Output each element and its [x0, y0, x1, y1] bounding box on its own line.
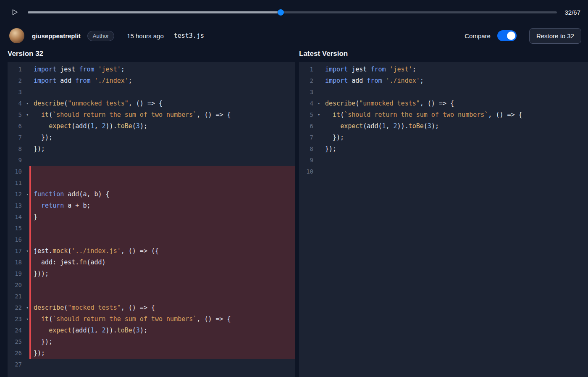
code-line: 11 — [8, 177, 295, 189]
fold-arrow-icon[interactable]: ▾ — [26, 189, 29, 200]
history-scrubber-bar: 32/67 — [0, 0, 588, 24]
code-text: import jest from 'jest'; — [321, 64, 588, 75]
code-panel-latest[interactable]: 1import jest from 'jest';2import add fro… — [299, 62, 588, 377]
code-line: 26}); — [8, 348, 295, 359]
removed-code-text — [29, 279, 295, 291]
line-number-gutter: 10 — [299, 166, 321, 177]
removed-code-text: jest.mock('../index.js', () => ({ — [29, 245, 295, 257]
slider-fill — [28, 11, 281, 13]
version-meta-row: giuseppeatreplit Author 15 hours ago tes… — [0, 24, 588, 47]
username: giuseppeatreplit — [32, 32, 81, 40]
line-number-gutter: 5▾ — [299, 109, 321, 121]
code-text: it(`should return the sum of two numbers… — [29, 109, 295, 121]
removed-code-text: } — [29, 211, 295, 223]
line-number-gutter: 1 — [8, 64, 29, 75]
author-badge: Author — [87, 31, 114, 41]
removed-code-text — [29, 234, 295, 245]
code-line: 9 — [8, 155, 295, 166]
line-number-gutter: 18 — [8, 257, 29, 268]
code-line: 10 — [299, 166, 588, 177]
code-line: 7 }); — [299, 132, 588, 143]
timeline-slider[interactable] — [28, 6, 557, 18]
diff-headers: Version 32 Latest Version — [8, 50, 588, 58]
fold-arrow-icon[interactable]: ▾ — [26, 245, 29, 257]
code-line: 16 — [8, 234, 295, 245]
fold-arrow-icon[interactable]: ▾ — [26, 98, 29, 109]
line-number-gutter: 16 — [8, 234, 29, 245]
code-line: 4▾describe("unmocked tests", () => { — [8, 98, 295, 109]
line-number-gutter: 20 — [8, 279, 29, 291]
line-number-gutter: 10 — [8, 166, 29, 177]
code-line: 2import add from './index'; — [8, 75, 295, 87]
code-text — [29, 87, 295, 98]
code-text: }); — [321, 132, 588, 143]
line-number-gutter: 19 — [8, 268, 29, 279]
restore-button[interactable]: Restore to 32 — [529, 28, 581, 44]
fold-arrow-icon[interactable]: ▾ — [26, 302, 29, 314]
code-line: 10 — [8, 166, 295, 177]
version-history-view: 32/67 giuseppeatreplit Author 15 hours a… — [0, 0, 588, 377]
line-number-gutter: 22▾ — [8, 302, 29, 314]
filename: test3.js — [174, 32, 204, 40]
code-line: 23▾ it(`should return the sum of two num… — [8, 314, 295, 325]
line-number-gutter: 8 — [299, 143, 321, 155]
code-text: import jest from 'jest'; — [29, 64, 295, 75]
left-pane-title: Version 32 — [8, 50, 295, 58]
code-line: 9 — [299, 155, 588, 166]
play-icon — [11, 8, 18, 16]
code-line: 3 — [8, 87, 295, 98]
line-number-gutter: 12▾ — [8, 189, 29, 200]
removed-code-text: }); — [29, 336, 295, 348]
fold-arrow-icon[interactable]: ▾ — [26, 109, 29, 121]
compare-label: Compare — [465, 32, 491, 40]
fold-arrow-icon[interactable]: ▾ — [26, 314, 29, 325]
code-line: 1import jest from 'jest'; — [8, 64, 295, 75]
code-panel-version-32[interactable]: 1import jest from 'jest';2import add fro… — [8, 62, 295, 377]
removed-code-text: }); — [29, 348, 295, 359]
line-number-gutter: 1 — [299, 64, 321, 75]
code-line: 13 return a + b; — [8, 200, 295, 211]
code-line: 25 }); — [8, 336, 295, 348]
removed-code-text: it(`should return the sum of two numbers… — [29, 314, 295, 325]
code-text: import add from './index'; — [29, 75, 295, 87]
line-number-gutter: 4▾ — [299, 98, 321, 109]
code-line: 5▾ it(`should return the sum of two numb… — [299, 109, 588, 121]
fold-arrow-icon[interactable]: ▾ — [318, 98, 320, 109]
code-line: 6 expect(add(1, 2)).toBe(3); — [8, 121, 295, 132]
code-line: 3 — [299, 87, 588, 98]
fold-arrow-icon[interactable]: ▾ — [318, 109, 320, 121]
code-text: expect(add(1, 2)).toBe(3); — [29, 121, 295, 132]
line-number-gutter: 25 — [8, 336, 29, 348]
code-line: 20 — [8, 279, 295, 291]
line-number-gutter: 11 — [8, 177, 29, 189]
line-number-gutter: 13 — [8, 200, 29, 211]
code-line: 2import add from './index'; — [299, 75, 588, 87]
line-number-gutter: 2 — [8, 75, 29, 87]
line-number-gutter: 9 — [8, 155, 29, 166]
code-text: describe("unmocked tests", () => { — [29, 98, 295, 109]
line-number-gutter: 6 — [299, 121, 321, 132]
line-number-gutter: 4▾ — [8, 98, 29, 109]
code-line: 19})); — [8, 268, 295, 279]
line-number-gutter: 3 — [299, 87, 321, 98]
line-number-gutter: 24 — [8, 325, 29, 336]
code-line: 12▾function add(a, b) { — [8, 189, 295, 200]
code-line: 27 — [8, 359, 295, 370]
avatar — [9, 28, 24, 43]
line-number-gutter: 15 — [8, 223, 29, 234]
play-button[interactable] — [9, 7, 20, 18]
toggle-knob — [507, 32, 515, 40]
compare-toggle[interactable] — [497, 30, 517, 41]
line-number-gutter: 27 — [8, 359, 29, 370]
line-number-gutter: 6 — [8, 121, 29, 132]
line-number-gutter: 8 — [8, 143, 29, 155]
code-line: 8}); — [299, 143, 588, 155]
code-line: 17▾jest.mock('../index.js', () => ({ — [8, 245, 295, 257]
code-line: 15 — [8, 223, 295, 234]
code-line: 7 }); — [8, 132, 295, 143]
removed-code-text — [29, 291, 295, 302]
code-text: import add from './index'; — [321, 75, 588, 87]
slider-thumb[interactable] — [278, 9, 284, 16]
code-text — [321, 155, 588, 166]
code-text — [29, 359, 295, 370]
